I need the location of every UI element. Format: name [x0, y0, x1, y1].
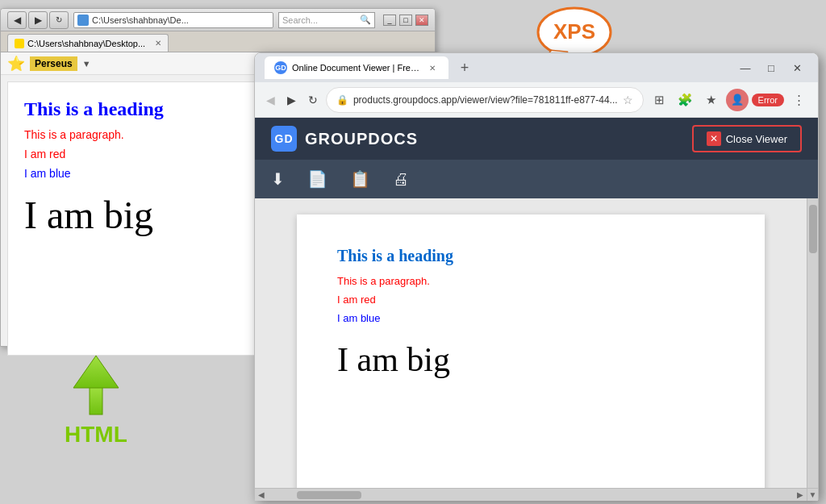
gd-close-x-icon: ✕	[707, 131, 721, 146]
gd-logo: GD GROUPDOCS	[271, 126, 418, 152]
bg-tab-label: C:\Users\shahbnay\Desktop...	[27, 39, 145, 48]
vdoc-blue: I am blue	[337, 312, 724, 324]
fg-menu-button[interactable]: ⋮	[787, 89, 810, 111]
gd-header: GD GROUPDOCS ✕ Close Viewer	[255, 118, 818, 160]
fg-tab-close-button[interactable]: ✕	[426, 61, 439, 74]
fg-close-button[interactable]: ✕	[786, 56, 808, 79]
gd-hscrollbar-thumb[interactable]	[297, 491, 361, 499]
bg-app-label: ⭐ Perseus ▼	[7, 55, 91, 73]
fg-browser-window: GD Online Document Viewer | Free O... ✕ …	[254, 52, 819, 500]
gd-horizontal-scrollbar[interactable]: ◀ ▶	[255, 488, 807, 501]
bg-minimize-button[interactable]: _	[383, 15, 396, 26]
gd-logo-icon-text: GD	[275, 132, 294, 145]
bg-tab[interactable]: C:\Users\shahbnay\Desktop... ✕	[7, 34, 169, 52]
fg-collections-button[interactable]: ⊞	[649, 89, 671, 111]
bg-address-bar[interactable]: C:\Users\shahbnay\De...	[73, 12, 273, 28]
bg-maximize-button[interactable]: □	[399, 15, 412, 26]
gd-pdf-icon[interactable]: 📋	[350, 169, 370, 189]
fg-favorites-button[interactable]: ★	[700, 89, 723, 111]
fg-forward-button[interactable]: ▶	[284, 89, 300, 111]
html-label: HTML	[65, 422, 127, 448]
fg-nav-icons: ⊞ 🧩 ★ 👤 Error ⋮	[649, 89, 810, 111]
fg-lock-icon: 🔒	[336, 94, 348, 106]
fg-title-bar: GD Online Document Viewer | Free O... ✕ …	[255, 53, 818, 82]
gd-logo-text: GROUPDOCS	[305, 130, 418, 148]
svg-text:XPS: XPS	[553, 19, 595, 44]
bg-app-menu-icon[interactable]: ▼	[82, 59, 91, 69]
bg-search-icon: 🔍	[360, 15, 371, 25]
svg-marker-1	[73, 356, 119, 388]
svg-rect-0	[90, 386, 102, 414]
fg-address-bar[interactable]: 🔒 products.groupdocs.app/viewer/view?fil…	[326, 87, 644, 113]
fg-back-button[interactable]: ◀	[263, 89, 279, 111]
fg-maximize-button[interactable]: □	[760, 56, 782, 79]
bg-tab-bar: C:\Users\shahbnay\Desktop... ✕	[1, 31, 435, 52]
vdoc-paragraph: This is a paragraph.	[337, 275, 724, 287]
bg-close-button[interactable]: ✕	[415, 15, 428, 26]
gd-scrollbar-thumb[interactable]	[809, 205, 817, 253]
vdoc-big: I am big	[337, 340, 724, 379]
gd-print-icon[interactable]: 🖨	[393, 170, 409, 189]
bg-refresh-button[interactable]: ↻	[49, 11, 69, 29]
fg-new-tab-button[interactable]: +	[453, 56, 476, 79]
fg-tab-label: Online Document Viewer | Free O...	[292, 63, 421, 73]
fg-tab-favicon: GD	[274, 61, 287, 74]
bg-nav-buttons: ◀ ▶ ↻	[7, 11, 69, 29]
up-arrow-icon	[72, 354, 120, 419]
bg-address-text: C:\Users\shahbnay\De...	[92, 15, 189, 25]
fg-nav-bar: ◀ ▶ ↻ 🔒 products.groupdocs.app/viewer/vi…	[255, 82, 818, 118]
bg-back-button[interactable]: ◀	[7, 11, 27, 29]
bg-window-controls: _ □ ✕	[383, 15, 428, 26]
fg-refresh-button[interactable]: ↻	[305, 89, 321, 111]
vdoc-red: I am red	[337, 294, 724, 306]
gd-scroll-area[interactable]: This is a heading This is a paragraph. I…	[255, 198, 807, 501]
gd-scrollbar-bottom[interactable]: ▼	[807, 488, 818, 501]
gd-download-icon[interactable]: ⬇	[271, 169, 285, 189]
fg-minimize-button[interactable]: —	[734, 56, 757, 79]
fg-profile-button[interactable]: 👤	[726, 89, 749, 111]
bg-forward-button[interactable]: ▶	[28, 11, 48, 29]
bg-title-bar: ◀ ▶ ↻ C:\Users\shahbnay\De... Search... …	[1, 9, 435, 31]
gd-document-page: This is a heading This is a paragraph. I…	[297, 215, 765, 501]
bg-tab-close-icon[interactable]: ✕	[155, 39, 161, 48]
fg-bookmark-icon[interactable]: ☆	[623, 94, 633, 106]
bg-tab-favicon	[15, 39, 24, 48]
gd-logo-icon: GD	[271, 126, 297, 152]
fg-extensions-button[interactable]: 🧩	[674, 89, 697, 111]
gd-pages-icon[interactable]: 📄	[307, 169, 327, 189]
gd-close-viewer-button[interactable]: ✕ Close Viewer	[692, 125, 802, 152]
gd-viewer-area: This is a heading This is a paragraph. I…	[255, 198, 818, 501]
fg-window-controls: — □ ✕	[734, 56, 808, 79]
fg-address-text: products.groupdocs.app/viewer/view?file=…	[353, 94, 618, 106]
bg-address-icon	[77, 15, 89, 26]
gd-close-btn-label: Close Viewer	[726, 133, 787, 145]
fg-active-tab[interactable]: GD Online Document Viewer | Free O... ✕	[265, 56, 448, 79]
bg-app-name: Perseus	[30, 56, 77, 71]
fg-error-badge[interactable]: Error	[752, 94, 784, 106]
gd-vertical-scrollbar[interactable]: ▼	[807, 198, 818, 501]
bg-search-bar[interactable]: Search... 🔍	[278, 12, 375, 28]
gd-toolbar: ⬇ 📄 📋 🖨	[255, 160, 818, 198]
vdoc-heading: This is a heading	[337, 247, 724, 265]
arrow-area: HTML	[65, 354, 127, 448]
bg-search-text: Search...	[282, 15, 318, 25]
